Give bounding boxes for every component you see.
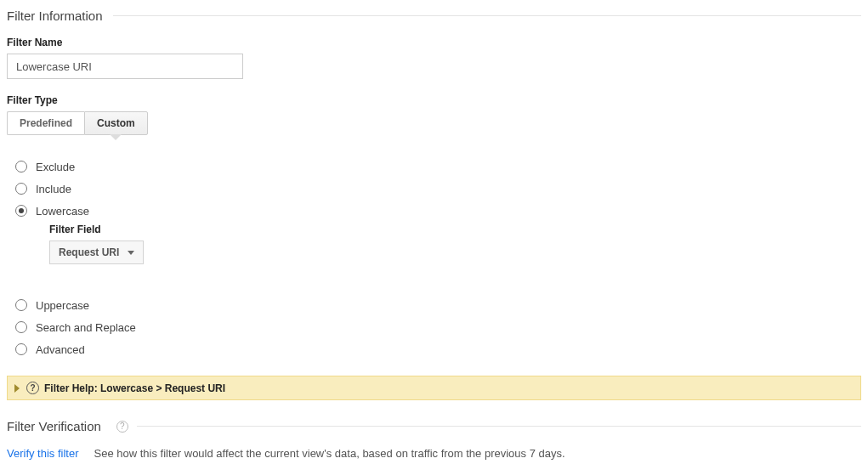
filter-information-header: Filter Information bbox=[7, 8, 861, 23]
filter-verification-header: Filter Verification ? bbox=[7, 419, 861, 433]
radio-uppercase[interactable]: Uppercase bbox=[15, 294, 861, 316]
filter-name-label: Filter Name bbox=[7, 37, 861, 48]
help-icon: ? bbox=[26, 382, 39, 394]
filter-field-dropdown[interactable]: Request URI bbox=[49, 240, 144, 264]
radio-icon bbox=[15, 183, 27, 195]
filter-name-group: Filter Name bbox=[7, 37, 861, 79]
help-icon[interactable]: ? bbox=[116, 421, 128, 433]
radio-search-replace[interactable]: Search and Replace bbox=[15, 316, 861, 338]
filter-help-text: Filter Help: Lowercase > Request URI bbox=[44, 382, 225, 394]
radio-label: Advanced bbox=[36, 343, 85, 356]
radio-advanced[interactable]: Advanced bbox=[15, 338, 861, 360]
filter-help-bar[interactable]: ? Filter Help: Lowercase > Request URI bbox=[7, 376, 861, 400]
divider bbox=[137, 426, 861, 427]
radio-icon bbox=[15, 161, 27, 173]
filter-type-segmented: Predefined Custom bbox=[7, 111, 861, 135]
caret-right-icon bbox=[14, 384, 20, 393]
verify-filter-link[interactable]: Verify this filter bbox=[7, 447, 79, 460]
filter-field-label: Filter Field bbox=[49, 224, 861, 235]
radio-icon bbox=[15, 343, 27, 355]
verify-row: Verify this filter See how this filter w… bbox=[7, 447, 861, 460]
radio-icon bbox=[15, 321, 27, 333]
radio-include[interactable]: Include bbox=[15, 178, 861, 200]
filter-type-label: Filter Type bbox=[7, 94, 861, 106]
chevron-down-icon bbox=[128, 251, 134, 255]
divider bbox=[113, 15, 861, 16]
radio-icon bbox=[15, 299, 27, 311]
verify-description: See how this filter would affect the cur… bbox=[94, 447, 565, 460]
radio-icon bbox=[15, 205, 27, 217]
dropdown-value: Request URI bbox=[59, 246, 119, 258]
filter-verification-title: Filter Verification bbox=[7, 419, 111, 433]
filter-name-input[interactable] bbox=[7, 54, 243, 79]
radio-lowercase[interactable]: Lowercase bbox=[15, 200, 861, 222]
filter-field-group: Filter Field Request URI bbox=[49, 224, 861, 264]
filter-type-group: Filter Type Predefined Custom Exclude In… bbox=[7, 94, 861, 360]
custom-button[interactable]: Custom bbox=[84, 111, 148, 135]
filter-type-radio-list: Exclude Include Lowercase Filter Field R… bbox=[7, 156, 861, 360]
radio-label: Lowercase bbox=[36, 205, 89, 218]
predefined-button[interactable]: Predefined bbox=[7, 111, 84, 135]
radio-label: Include bbox=[36, 183, 71, 195]
filter-information-title: Filter Information bbox=[7, 8, 113, 23]
radio-label: Search and Replace bbox=[36, 321, 136, 334]
radio-label: Uppercase bbox=[36, 299, 89, 312]
radio-exclude[interactable]: Exclude bbox=[15, 156, 861, 178]
radio-label: Exclude bbox=[36, 161, 75, 173]
